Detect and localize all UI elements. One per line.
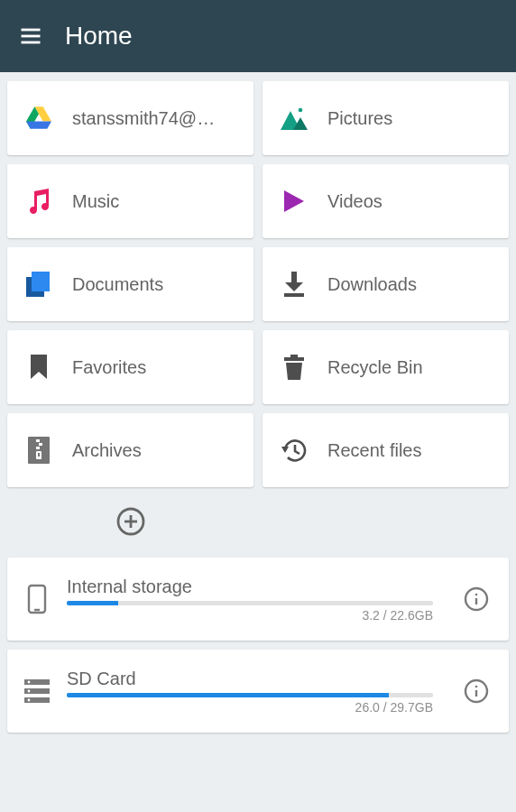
svg-point-35 [28, 681, 31, 684]
favorites-icon [25, 354, 52, 381]
add-button[interactable] [115, 506, 146, 537]
menu-icon[interactable] [18, 23, 43, 49]
svg-rect-27 [29, 586, 45, 613]
storage-bar [67, 693, 433, 697]
svg-point-36 [28, 690, 31, 693]
svg-rect-15 [290, 355, 298, 357]
storage-internal[interactable]: Internal storage 3.2 / 22.6GB [7, 558, 509, 641]
archives-icon [25, 437, 52, 464]
svg-point-6 [299, 108, 303, 113]
card-label: Recent files [327, 440, 422, 461]
card-label: Documents [72, 274, 163, 295]
storage-usage: 3.2 / 22.6GB [67, 608, 433, 623]
svg-marker-23 [281, 447, 289, 453]
recent-icon [281, 437, 308, 464]
phone-icon [23, 584, 51, 614]
card-downloads[interactable]: Downloads [263, 247, 509, 321]
pictures-icon [281, 105, 308, 132]
card-recent[interactable]: Recent files [263, 413, 509, 487]
svg-marker-5 [26, 122, 51, 129]
storage-name: SD Card [67, 669, 433, 689]
info-button[interactable] [456, 671, 496, 711]
storage-bar [67, 601, 433, 605]
svg-rect-20 [36, 447, 40, 449]
storage-fill-sdcard [67, 693, 389, 697]
card-label: stanssmith74@… [72, 108, 215, 129]
card-label: Pictures [327, 108, 392, 129]
svg-rect-11 [32, 272, 50, 291]
svg-rect-12 [291, 272, 297, 284]
svg-marker-13 [285, 282, 303, 291]
page-title: Home [65, 22, 133, 51]
card-drive[interactable]: stanssmith74@… [7, 81, 253, 155]
music-icon [25, 188, 52, 215]
downloads-icon [281, 271, 308, 298]
card-music[interactable]: Music [7, 164, 253, 238]
google-drive-icon [25, 105, 52, 132]
card-pictures[interactable]: Pictures [263, 81, 509, 155]
documents-icon [25, 271, 52, 298]
svg-point-39 [475, 686, 478, 688]
card-label: Downloads [327, 274, 417, 295]
card-archives[interactable]: Archives [7, 413, 253, 487]
card-favorites[interactable]: Favorites [7, 330, 253, 404]
svg-point-37 [28, 699, 31, 702]
svg-rect-14 [284, 293, 304, 297]
card-label: Favorites [72, 357, 146, 378]
card-label: Videos [327, 191, 382, 212]
info-button[interactable] [456, 579, 496, 619]
svg-rect-18 [36, 439, 40, 442]
storage-sdcard[interactable]: SD Card 26.0 / 29.7GB [7, 650, 509, 733]
storage-usage: 26.0 / 29.7GB [67, 700, 433, 715]
card-recycle[interactable]: Recycle Bin [263, 330, 509, 404]
server-icon [23, 679, 51, 703]
card-documents[interactable]: Documents [7, 247, 253, 321]
card-label: Music [72, 191, 119, 212]
storage-fill-internal [67, 601, 118, 605]
svg-point-30 [475, 594, 478, 596]
svg-rect-19 [39, 443, 42, 446]
svg-rect-16 [284, 357, 304, 361]
card-videos[interactable]: Videos [263, 164, 509, 238]
card-label: Archives [72, 440, 142, 461]
svg-rect-22 [38, 453, 40, 457]
videos-icon [281, 188, 308, 215]
storage-name: Internal storage [67, 577, 433, 597]
card-label: Recycle Bin [327, 357, 423, 378]
trash-icon [281, 354, 308, 381]
svg-marker-9 [284, 190, 304, 212]
